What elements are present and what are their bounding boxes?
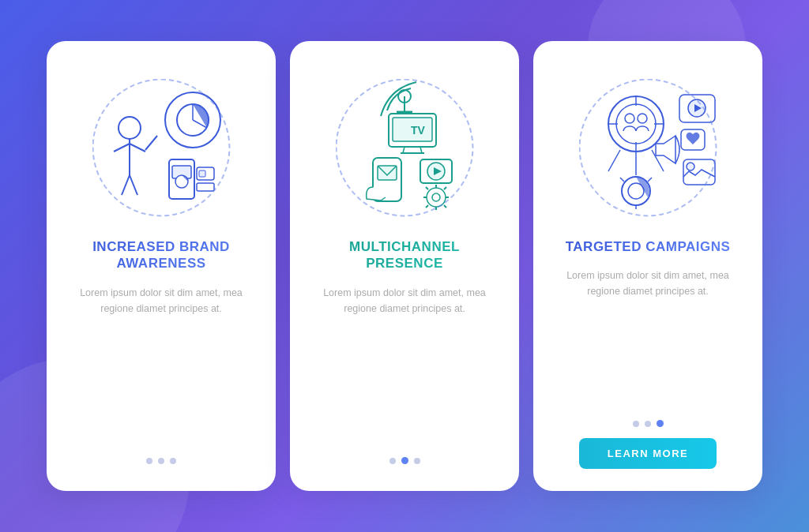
card-2-desc: Lorem ipsum dolor sit dim amet, mea regi… <box>309 285 500 317</box>
illustration-brand-awareness <box>74 65 248 230</box>
card-1-dots <box>146 458 176 464</box>
dot-1-1 <box>146 458 152 464</box>
card-2-title: MULTICHANNEL PRESENCE <box>309 238 500 272</box>
card-3-desc: Lorem ipsum dolor sit dim amet, mea regi… <box>552 268 743 299</box>
svg-line-35 <box>444 205 446 208</box>
cards-container: INCREASED BRAND AWARENESS Lorem ipsum do… <box>47 41 762 491</box>
dot-2-1 <box>389 458 396 464</box>
dashed-circle-1 <box>92 79 231 217</box>
card-3-dots <box>633 420 664 427</box>
illustration-targeted <box>561 65 735 230</box>
card-brand-awareness: INCREASED BRAND AWARENESS Lorem ipsum do… <box>47 41 276 491</box>
dot-3-2 <box>645 421 651 427</box>
learn-more-button[interactable]: LEARN MORE <box>579 438 717 469</box>
dashed-circle-3 <box>579 79 717 217</box>
illustration-multichannel: TV <box>318 65 491 230</box>
dot-3-3 <box>657 420 664 427</box>
card-3-title: TARGETED CAMPAIGNS <box>566 238 731 255</box>
dot-1-3 <box>170 458 176 464</box>
card-1-title: INCREASED BRAND AWARENESS <box>66 238 257 272</box>
dot-1-2 <box>158 458 164 464</box>
dot-2-3 <box>414 458 420 464</box>
card-1-desc: Lorem ipsum dolor sit dim amet, mea regi… <box>66 285 257 317</box>
dot-3-1 <box>633 421 639 427</box>
dashed-circle-2 <box>336 79 474 217</box>
card-multichannel: TV <box>290 41 519 491</box>
card-targeted-campaigns: TARGETED CAMPAIGNS Lorem ipsum dolor sit… <box>533 41 762 491</box>
dot-2-2 <box>401 457 408 464</box>
card-2-dots <box>389 457 420 464</box>
